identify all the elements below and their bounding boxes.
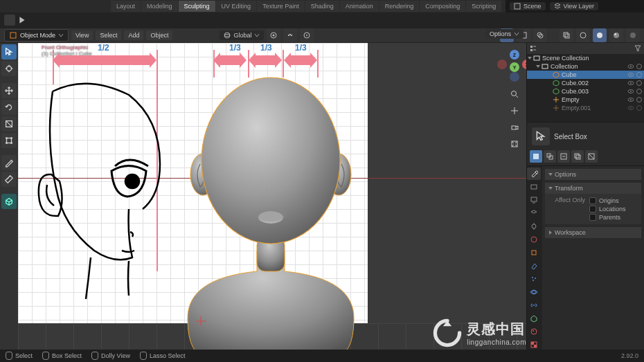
prop-tab-viewlayer[interactable]: [527, 207, 541, 219]
axis-neg-x[interactable]: [497, 60, 507, 69]
prop-tab-material[interactable]: [527, 325, 541, 338]
tab-layout[interactable]: Layout: [111, 1, 141, 12]
check-parents[interactable]: Parents: [589, 213, 636, 221]
eye-icon[interactable]: [627, 63, 634, 70]
eye-icon[interactable]: [627, 105, 634, 111]
tab-scripting[interactable]: Scripting: [466, 1, 501, 12]
select-subtract-icon[interactable]: [557, 150, 570, 163]
3d-viewport[interactable]: Front Orthographic (1) Collection | Cube…: [18, 43, 526, 351]
filter-icon[interactable]: [634, 45, 641, 52]
menu-render[interactable]: Render: [56, 1, 87, 12]
blender-logo-icon[interactable]: [3, 1, 12, 11]
camera-icon[interactable]: [508, 120, 521, 134]
tab-modeling[interactable]: Modeling: [141, 1, 178, 12]
disable-icon[interactable]: [636, 105, 643, 111]
tool-rotate[interactable]: [1, 100, 17, 115]
disable-icon[interactable]: [636, 63, 643, 70]
viewlayer-selector[interactable]: View Layer: [550, 2, 598, 10]
tool-measure[interactable]: [1, 172, 17, 187]
prop-tab-tool[interactable]: [527, 168, 541, 180]
eye-icon[interactable]: [627, 88, 634, 95]
scene-selector[interactable]: Scene: [510, 2, 546, 10]
axis-x[interactable]: X: [522, 60, 526, 69]
tab-compositing[interactable]: Compositing: [420, 1, 465, 12]
outliner-item[interactable]: Cube.003: [527, 87, 644, 96]
tool-select-box[interactable]: [1, 44, 17, 60]
eye-icon[interactable]: [627, 80, 634, 87]
eye-icon[interactable]: [627, 96, 634, 103]
sculpted-head-mesh[interactable]: [167, 64, 375, 351]
pivot-icon[interactable]: [267, 28, 280, 42]
transform-header[interactable]: Transform: [545, 183, 641, 194]
prop-tab-object[interactable]: [527, 246, 541, 259]
tab-rendering[interactable]: Rendering: [379, 1, 420, 12]
shading-rendered-icon[interactable]: [626, 28, 640, 42]
tool-scale[interactable]: [1, 116, 17, 132]
axis-z[interactable]: Z: [510, 50, 519, 60]
play-icon[interactable]: [18, 16, 26, 24]
tool-annotate[interactable]: [1, 155, 17, 170]
tool-add-cube[interactable]: [1, 194, 17, 209]
menu-file[interactable]: File: [14, 1, 33, 12]
zoom-icon[interactable]: [508, 87, 521, 101]
shading-solid-icon[interactable]: [593, 28, 607, 42]
outliner-item[interactable]: Empty.001: [527, 104, 644, 112]
disable-icon[interactable]: [636, 80, 643, 87]
prop-tab-data[interactable]: [527, 312, 541, 325]
axis-y[interactable]: Y: [510, 62, 519, 72]
prop-tab-scene[interactable]: [527, 220, 541, 233]
header-add[interactable]: Add: [124, 30, 143, 40]
expand-icon[interactable]: [528, 57, 532, 60]
select-extend-icon[interactable]: [544, 150, 556, 163]
checkbox-icon[interactable]: [589, 206, 596, 212]
tab-texture-paint[interactable]: Texture Paint: [257, 1, 305, 12]
check-origins[interactable]: Origins: [589, 197, 636, 205]
tool-transform[interactable]: [1, 133, 17, 148]
xray-icon[interactable]: [560, 28, 573, 42]
prop-tab-physics[interactable]: [527, 286, 541, 298]
shading-matprev-icon[interactable]: [609, 28, 623, 42]
workspace-header[interactable]: Workspace: [545, 227, 641, 238]
options-header[interactable]: Options: [545, 169, 641, 180]
tab-animation[interactable]: Animation: [340, 1, 379, 12]
disable-icon[interactable]: [636, 96, 643, 103]
select-invert-icon[interactable]: [585, 150, 598, 163]
checkbox-icon[interactable]: [589, 214, 596, 221]
snap-icon[interactable]: [283, 28, 297, 42]
prop-tab-modifier[interactable]: [527, 260, 541, 272]
prop-tab-output[interactable]: [527, 194, 541, 206]
header-view[interactable]: View: [71, 30, 93, 40]
prop-tab-render[interactable]: [527, 181, 541, 193]
select-intersect-icon[interactable]: [571, 150, 584, 163]
prop-tab-particles[interactable]: [527, 273, 541, 285]
menu-edit[interactable]: Edit: [35, 1, 55, 12]
prop-tab-constraints[interactable]: [527, 299, 541, 311]
shading-wire-icon[interactable]: [576, 28, 590, 42]
checkbox-icon[interactable]: [589, 197, 596, 204]
outliner-item[interactable]: Empty: [527, 96, 644, 104]
editor-type-icon[interactable]: [4, 15, 15, 26]
eye-icon[interactable]: [627, 71, 634, 78]
tab-sculpting[interactable]: Sculpting: [179, 1, 215, 12]
outliner[interactable]: Scene Collection CollectionCubeCube.002C…: [527, 43, 644, 122]
perspective-icon[interactable]: [508, 137, 521, 151]
orientation-dropdown[interactable]: Global: [220, 30, 264, 40]
outliner-item[interactable]: Cube.002: [527, 79, 644, 87]
outliner-item[interactable]: Collection: [527, 62, 644, 71]
tab-uv-editing[interactable]: UV Editing: [216, 1, 257, 12]
options-dropdown[interactable]: Options: [485, 29, 524, 39]
mode-dropdown[interactable]: Object Mode: [4, 29, 69, 42]
nav-gizmo[interactable]: Z X Y: [497, 47, 526, 82]
header-object[interactable]: Object: [146, 30, 172, 40]
check-locations[interactable]: Locations: [589, 205, 636, 213]
prop-tab-world[interactable]: [527, 233, 541, 246]
proportional-edit-icon[interactable]: [300, 28, 314, 42]
select-new-icon[interactable]: [530, 150, 542, 163]
disable-icon[interactable]: [636, 88, 643, 95]
tool-move[interactable]: [1, 83, 17, 98]
tool-cursor[interactable]: [1, 61, 17, 76]
header-select[interactable]: Select: [96, 30, 121, 40]
overlay-icon[interactable]: [533, 28, 547, 42]
axis-neg-z[interactable]: [510, 72, 519, 82]
outliner-scene-collection[interactable]: Scene Collection: [527, 54, 644, 62]
